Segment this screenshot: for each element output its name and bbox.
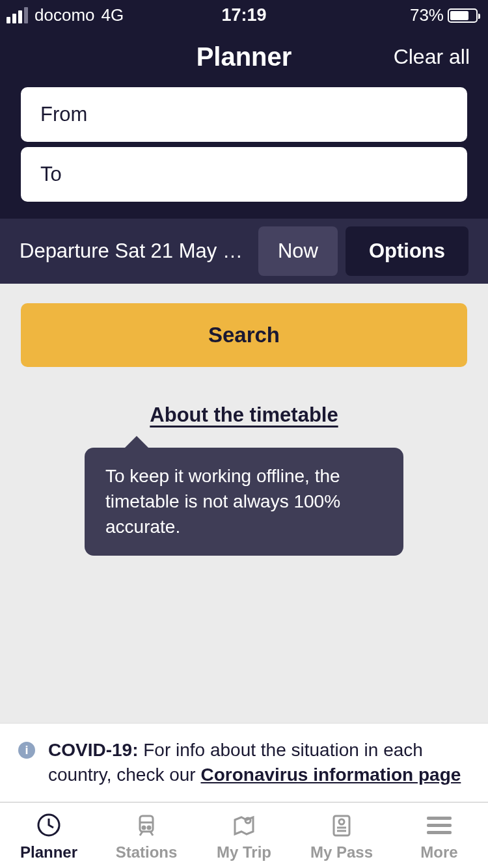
- to-input[interactable]: To: [21, 147, 467, 202]
- svg-point-7: [339, 819, 344, 824]
- tab-planner[interactable]: Planner: [0, 812, 98, 861]
- tab-mypass[interactable]: My Pass: [293, 812, 390, 861]
- tab-more[interactable]: More: [390, 812, 488, 861]
- covid-link[interactable]: Coronavirus information page: [200, 765, 461, 785]
- nav-header: Planner Clear all: [0, 29, 488, 87]
- svg-rect-1: [140, 816, 153, 832]
- tab-bar: Planner Stations My Trip My Pass More: [0, 802, 488, 868]
- from-input[interactable]: From: [21, 87, 467, 142]
- search-button[interactable]: Search: [21, 303, 467, 367]
- train-icon: [133, 812, 159, 838]
- clear-all-button[interactable]: Clear all: [394, 45, 470, 69]
- clock-icon: [36, 812, 62, 838]
- battery-percent: 73%: [410, 5, 444, 25]
- pass-icon: [329, 812, 355, 838]
- map-icon: [231, 812, 257, 838]
- status-bar: docomo 4G 17:19 73%: [0, 0, 488, 29]
- signal-icon: [7, 7, 28, 23]
- timetable-tooltip: To keep it working offline, the timetabl…: [85, 448, 403, 556]
- departure-time-button[interactable]: Departure Sat 21 May 0...: [20, 239, 251, 263]
- tab-mytrip[interactable]: My Trip: [195, 812, 293, 861]
- status-time: 17:19: [221, 5, 266, 25]
- menu-icon: [426, 812, 452, 838]
- covid-text: COVID-19: For info about the situation i…: [48, 738, 470, 787]
- from-placeholder: From: [40, 103, 87, 126]
- svg-point-4: [148, 826, 150, 829]
- options-button[interactable]: Options: [346, 226, 468, 276]
- svg-point-5: [245, 818, 251, 823]
- tab-stations[interactable]: Stations: [98, 812, 195, 861]
- battery-icon: [448, 8, 478, 23]
- now-button[interactable]: Now: [258, 226, 338, 276]
- info-icon: i: [18, 742, 35, 759]
- carrier-label: docomo: [34, 5, 95, 25]
- covid-banner[interactable]: i COVID-19: For info about the situation…: [0, 723, 488, 802]
- about-timetable-link[interactable]: About the timetable: [150, 403, 338, 427]
- page-title: Planner: [197, 42, 292, 72]
- network-label: 4G: [102, 5, 124, 25]
- to-placeholder: To: [40, 163, 62, 185]
- svg-point-3: [142, 826, 145, 829]
